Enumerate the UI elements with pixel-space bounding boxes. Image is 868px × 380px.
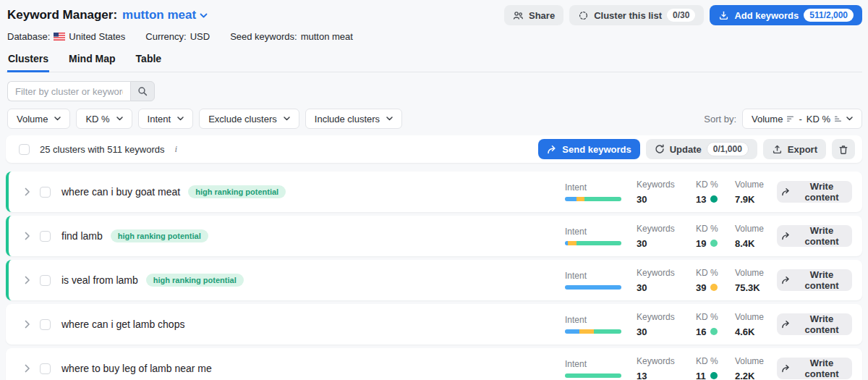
intent-bar bbox=[565, 197, 621, 201]
write-arrow-icon bbox=[781, 276, 791, 284]
chevron-down-icon bbox=[386, 117, 393, 121]
sort-by-dropdown[interactable]: Volume - KD % bbox=[742, 109, 862, 129]
volume-column-label: Volume bbox=[735, 180, 777, 190]
high-ranking-badge: high ranking potential bbox=[188, 185, 286, 198]
intent-column-label: Intent bbox=[565, 182, 637, 193]
share-icon bbox=[513, 11, 524, 20]
sort-by: Sort by: Volume - KD % bbox=[704, 109, 862, 129]
list-name-dropdown[interactable]: mutton meat bbox=[122, 8, 208, 22]
info-icon[interactable]: i bbox=[174, 143, 177, 155]
database-label: Database: bbox=[7, 31, 50, 42]
cluster-name[interactable]: is veal from lamb bbox=[61, 274, 138, 286]
tab-clusters[interactable]: Clusters bbox=[7, 48, 49, 72]
cluster-name[interactable]: where can i buy goat meat bbox=[61, 186, 180, 198]
kd-value: 19 bbox=[696, 238, 706, 249]
search-button[interactable] bbox=[130, 81, 155, 101]
cluster-count-badge: 0/30 bbox=[667, 9, 695, 22]
kd-value: 11 bbox=[696, 371, 706, 380]
cluster-this-list-label: Cluster this list bbox=[594, 10, 662, 21]
cluster-row[interactable]: is veal from lamb high ranking potential… bbox=[6, 260, 862, 300]
send-keywords-button[interactable]: Send keywords bbox=[538, 139, 639, 159]
intent-column-label: Intent bbox=[565, 315, 637, 325]
export-icon bbox=[772, 144, 783, 155]
keywords-column-label: Keywords bbox=[637, 312, 696, 322]
cluster-row[interactable]: where can i buy goat meat high ranking p… bbox=[6, 172, 862, 212]
cluster-name[interactable]: where can i get lamb chops bbox=[61, 318, 184, 330]
currency-meta: Currency: USD bbox=[145, 31, 210, 42]
us-flag-icon bbox=[54, 33, 65, 41]
include-clusters-dropdown[interactable]: Include clusters bbox=[305, 109, 402, 129]
high-ranking-badge: high ranking potential bbox=[111, 229, 208, 242]
row-checkbox[interactable] bbox=[40, 275, 51, 286]
write-content-button[interactable]: Write content bbox=[777, 313, 852, 335]
page-title: Keyword Manager: bbox=[7, 8, 117, 22]
intent-column-label: Intent bbox=[565, 359, 637, 369]
volume-column-label: Volume bbox=[735, 268, 777, 278]
high-ranking-badge: high ranking potential bbox=[146, 274, 244, 287]
delete-list-button[interactable] bbox=[832, 139, 855, 159]
cluster-row[interactable]: where can i get lamb chops high ranking … bbox=[6, 304, 862, 345]
volume-column-label: Volume bbox=[735, 356, 777, 366]
add-keywords-label: Add keywords bbox=[734, 10, 799, 21]
chevron-down-icon bbox=[54, 117, 61, 121]
kd-dot bbox=[710, 284, 718, 291]
exclude-clusters-dropdown[interactable]: Exclude clusters bbox=[199, 109, 299, 129]
expand-chevron-icon[interactable] bbox=[25, 232, 30, 240]
kd-column-label: KD % bbox=[696, 312, 735, 322]
intent-bar bbox=[565, 329, 621, 334]
cluster-summary: 25 clusters with 511 keywords bbox=[40, 144, 164, 155]
share-button[interactable]: Share bbox=[504, 5, 563, 25]
update-button[interactable]: Update 0/1,000 bbox=[646, 139, 757, 159]
currency-value: USD bbox=[190, 31, 210, 42]
keywords-count: 30 bbox=[637, 282, 696, 293]
row-checkbox[interactable] bbox=[40, 231, 51, 242]
sort-descending-icon bbox=[787, 116, 794, 122]
cluster-row[interactable]: find lamb high ranking potential Intent … bbox=[6, 216, 862, 256]
intent-bar bbox=[565, 285, 621, 290]
write-content-button[interactable]: Write content bbox=[777, 358, 852, 379]
expand-chevron-icon[interactable] bbox=[25, 187, 30, 196]
seed-keywords-label: Seed keywords: bbox=[230, 31, 297, 42]
kd-filter-dropdown[interactable]: KD % bbox=[76, 109, 132, 129]
cluster-name[interactable]: find lamb bbox=[61, 230, 103, 242]
write-arrow-icon bbox=[781, 187, 791, 196]
expand-chevron-icon[interactable] bbox=[25, 320, 30, 329]
kd-column-label: KD % bbox=[696, 268, 735, 278]
write-arrow-icon bbox=[781, 364, 791, 373]
keywords-column-label: Keywords bbox=[637, 356, 696, 366]
write-content-button[interactable]: Write content bbox=[777, 225, 852, 247]
intent-column-label: Intent bbox=[565, 227, 637, 237]
cluster-this-list-button[interactable]: Cluster this list 0/30 bbox=[569, 5, 704, 25]
expand-chevron-icon[interactable] bbox=[25, 364, 30, 373]
expand-chevron-icon[interactable] bbox=[25, 276, 30, 284]
volume-filter-dropdown[interactable]: Volume bbox=[7, 109, 70, 129]
keywords-count: 30 bbox=[637, 238, 696, 249]
send-arrow-icon bbox=[547, 145, 557, 154]
cluster-row[interactable]: where to buy leg of lamb near me high ra… bbox=[6, 348, 862, 380]
row-checkbox[interactable] bbox=[40, 363, 51, 374]
cluster-name[interactable]: where to buy leg of lamb near me bbox=[61, 363, 212, 374]
filter-input[interactable] bbox=[7, 81, 130, 101]
export-button[interactable]: Export bbox=[763, 139, 826, 159]
keywords-column-label: Keywords bbox=[637, 180, 696, 190]
kd-value: 39 bbox=[696, 282, 706, 293]
database-meta: Database: United States bbox=[7, 31, 125, 42]
kd-column-label: KD % bbox=[696, 356, 735, 366]
row-checkbox[interactable] bbox=[40, 319, 51, 330]
volume-column-label: Volume bbox=[735, 224, 777, 234]
tab-mind-map[interactable]: Mind Map bbox=[68, 48, 116, 72]
add-keywords-button[interactable]: Add keywords 511/2,000 bbox=[710, 5, 862, 25]
write-content-button[interactable]: Write content bbox=[777, 269, 852, 291]
intent-filter-dropdown[interactable]: Intent bbox=[138, 109, 194, 129]
select-all-checkbox[interactable] bbox=[19, 144, 30, 155]
write-content-button[interactable]: Write content bbox=[777, 181, 852, 203]
intent-column-label: Intent bbox=[565, 271, 637, 281]
currency-label: Currency: bbox=[145, 31, 186, 42]
seed-keywords-value: mutton meat bbox=[301, 31, 353, 42]
chevron-down-icon bbox=[177, 117, 184, 121]
filter-bar: Volume KD % Intent Exclude clusters Incl… bbox=[6, 109, 862, 129]
download-tray-icon bbox=[718, 10, 729, 21]
kd-value: 16 bbox=[696, 326, 706, 337]
tab-table[interactable]: Table bbox=[135, 48, 163, 72]
row-checkbox[interactable] bbox=[40, 187, 51, 198]
